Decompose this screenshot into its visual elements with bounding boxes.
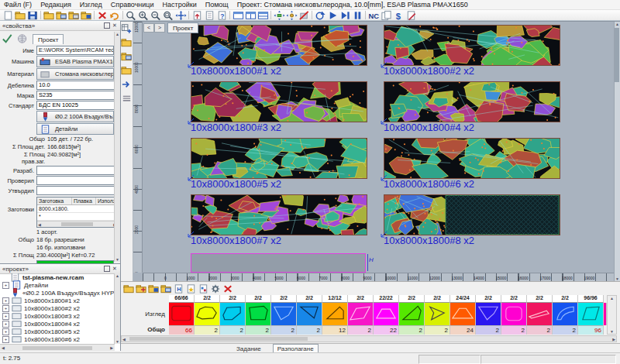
grade-field[interactable] <box>36 91 116 100</box>
nesting-sheet[interactable] <box>191 138 367 179</box>
menu-item-2[interactable]: Изглед <box>80 1 102 9</box>
sheet-label[interactable]: 10x8000x1800#4 x2 <box>384 122 474 133</box>
part-thumbnail[interactable] <box>195 303 220 325</box>
doc-plain-icon[interactable] <box>203 10 215 20</box>
part-thumbnail[interactable] <box>476 303 501 325</box>
maximize-icon[interactable] <box>104 266 110 272</box>
folder-win-icon[interactable] <box>55 10 67 20</box>
menu-item-0[interactable]: Файл (F) <box>4 1 32 9</box>
thickness-field[interactable] <box>36 81 116 90</box>
folder-open-icon[interactable] <box>122 283 135 294</box>
empty-plate[interactable] <box>191 253 366 273</box>
nesting-canvas[interactable]: 020004000600080001000012000 10x8000x1800… <box>121 21 620 281</box>
red-x-icon[interactable] <box>222 283 234 294</box>
canvas-viewport[interactable]: 10x8000x1800#1 x210x8000x1800#2 x210x800… <box>143 22 614 273</box>
blanks-table[interactable]: ЗаготовкаПлавкаИзползв8000.x1800.*◀▶ <box>36 197 118 228</box>
doc-img-icon[interactable] <box>197 283 209 294</box>
machine-button[interactable]: ESAB Plasma PMAX1650 <box>36 56 114 67</box>
sheet-label[interactable]: 10x8000x1800#3 x2 <box>191 122 281 133</box>
tab-project[interactable]: Проект <box>33 34 64 44</box>
part-thumbnail[interactable] <box>578 303 604 325</box>
move-b-icon[interactable] <box>285 10 298 20</box>
blanks-row[interactable]: * <box>37 213 117 221</box>
sheet-label[interactable]: 10x8000x1800#5 x2 <box>191 178 281 190</box>
menu-item-1[interactable]: Редакция <box>40 1 71 9</box>
process-button[interactable]: Ø0.2 100A Въздух/Въздух HYPE <box>36 111 114 122</box>
dollar-icon[interactable]: $ <box>392 10 405 20</box>
play-icon[interactable] <box>326 10 339 20</box>
part-thumbnail[interactable] <box>501 303 527 325</box>
name-field[interactable]: E:\WORK System\RCAM тестови прое <box>36 46 114 55</box>
gear-icon[interactable] <box>209 283 222 294</box>
sheet-label[interactable]: 10x8000x1800#7 x2 <box>191 235 281 246</box>
page-new-icon[interactable] <box>2 10 14 20</box>
palette-hscrollbar[interactable]: ◀ ▶ <box>121 335 617 342</box>
win-2-icon[interactable] <box>244 10 257 20</box>
sheet-label[interactable]: 10x8000x1800#6 x2 <box>384 178 474 190</box>
menu-item-5[interactable]: Помощ <box>205 1 229 9</box>
part-thumbnail[interactable] <box>399 303 425 325</box>
tree-expander-icon[interactable]: + <box>2 282 9 289</box>
menu-item-3[interactable]: Справочници <box>111 1 154 9</box>
zoom-icon[interactable] <box>125 10 137 20</box>
doc-check-icon[interactable]: ? <box>215 10 228 20</box>
details-button[interactable]: Детайли <box>36 123 114 135</box>
pause-icon[interactable] <box>351 10 363 20</box>
part-thumbnail[interactable] <box>527 303 553 325</box>
standard-field[interactable] <box>36 101 116 110</box>
developer-field[interactable] <box>36 166 116 175</box>
red-x-icon[interactable] <box>96 10 108 20</box>
doc-h-icon[interactable]: H <box>172 283 184 294</box>
part-thumbnail[interactable] <box>297 303 322 325</box>
nesting-sheet[interactable] <box>384 138 560 179</box>
folder-open-icon[interactable] <box>121 37 133 50</box>
tree-expander-icon[interactable]: + <box>2 336 9 343</box>
folder-save-icon[interactable] <box>80 10 92 20</box>
part-thumbnail[interactable] <box>322 303 348 325</box>
blanks-hscrollbar[interactable]: ◀▶ <box>37 221 117 227</box>
nav-next-button[interactable]: > <box>154 23 165 33</box>
menu-item-4[interactable]: Настройки <box>163 1 197 9</box>
part-thumbnail[interactable] <box>450 303 476 325</box>
sheet-label[interactable]: 10x8000x1800#8 x2 <box>384 235 474 246</box>
doc-edit-icon[interactable] <box>405 10 417 20</box>
folder-open-icon[interactable] <box>43 10 55 20</box>
nesting-sheet[interactable] <box>191 81 367 122</box>
part-thumbnail[interactable] <box>425 303 450 325</box>
nesting-sheet[interactable] <box>384 81 560 122</box>
palette-vscrollbar[interactable]: ▲▼ <box>607 295 617 335</box>
export-icon[interactable] <box>121 79 133 91</box>
part-thumbnail[interactable] <box>169 303 195 325</box>
part-thumbnail[interactable] <box>246 303 271 325</box>
nesting-sheet[interactable] <box>191 194 367 235</box>
globe-icon[interactable] <box>17 33 29 44</box>
tree-expander-icon[interactable]: + <box>2 321 9 328</box>
part-thumbnail[interactable] <box>220 303 246 325</box>
close-icon[interactable]: ✕ <box>112 266 118 272</box>
doc-star-icon[interactable] <box>184 283 197 294</box>
nesting-sheet[interactable] <box>191 25 367 66</box>
win-3-icon[interactable] <box>257 10 269 20</box>
tree-expander-icon[interactable]: + <box>2 328 9 335</box>
list-icon[interactable] <box>121 93 133 105</box>
blanks-row[interactable]: 8000.x1800. <box>37 205 117 213</box>
no-slash-icon[interactable] <box>298 10 310 20</box>
canvas-tab-project[interactable]: Проект <box>167 22 198 33</box>
grid-plus-icon[interactable] <box>121 23 133 36</box>
part-thumbnail[interactable] <box>553 303 578 325</box>
canvas-vscrollbar-thumb[interactable] <box>615 28 619 82</box>
tree-expander-icon[interactable]: + <box>2 313 9 320</box>
zoom-rect-icon[interactable] <box>162 10 174 20</box>
sheet-label[interactable]: 10x8000x1800#2 x2 <box>384 65 474 77</box>
folder-open-icon[interactable] <box>121 65 133 77</box>
apply-check-icon[interactable] <box>2 33 13 44</box>
sheet-label[interactable]: 10x8000x1800#1 x2 <box>191 65 281 77</box>
folder-save-icon[interactable] <box>147 283 160 294</box>
move-a-icon[interactable] <box>273 10 285 20</box>
close-icon[interactable]: ✕ <box>112 22 118 29</box>
folder-win-icon[interactable] <box>160 283 172 294</box>
nesting-sheet[interactable] <box>384 25 560 66</box>
run-loop-icon[interactable] <box>314 10 326 20</box>
undo-icon[interactable] <box>108 10 121 20</box>
tree-expander-icon[interactable]: + <box>2 305 9 312</box>
